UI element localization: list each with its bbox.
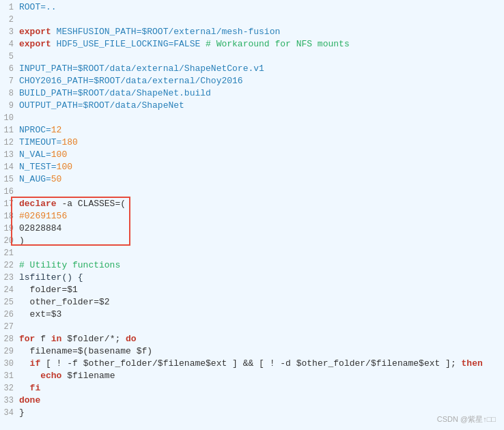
line-content: INPUT_PATH=$ROOT/data/external/ShapeNetC…: [19, 63, 504, 75]
line-content: TIMEOUT=180: [19, 137, 504, 149]
code-line: 5: [0, 51, 504, 63]
code-line: 10: [0, 112, 504, 124]
token: ext=$3: [19, 309, 61, 319]
code-line: 6INPUT_PATH=$ROOT/data/external/ShapeNet…: [0, 63, 504, 75]
line-content: filename=$(basename $f): [19, 345, 504, 358]
token: [19, 383, 30, 393]
line-content: 02828884: [19, 223, 504, 235]
code-line: 8BUILD_PATH=$ROOT/data/ShapeNet.build: [0, 87, 504, 100]
line-content: folder=$1: [19, 284, 504, 296]
line-content: BUILD_PATH=$ROOT/data/ShapeNet.build: [19, 87, 504, 100]
line-number: 14: [0, 161, 19, 173]
code-line: 30 if [ ! -f $other_folder/$filename$ext…: [0, 358, 504, 370]
token: 100: [51, 149, 67, 160]
line-number: 16: [0, 186, 19, 198]
token: other_folder=$2: [19, 297, 110, 307]
code-line: 15N_AUG=50: [0, 173, 504, 186]
line-content: export MESHFUSION_PATH=$ROOT/external/me…: [19, 26, 504, 38]
line-content: N_TEST=100: [19, 161, 504, 173]
line-content: N_AUG=50: [19, 173, 504, 186]
line-number: 18: [0, 210, 19, 223]
token: [19, 371, 40, 381]
line-number: 10: [0, 112, 19, 124]
code-container: 1ROOT=..23export MESHFUSION_PATH=$ROOT/e…: [0, 0, 504, 430]
line-content: OUTPUT_PATH=$ROOT/data/ShapeNet: [19, 100, 504, 112]
token: TIMEOUT=: [19, 137, 61, 147]
token: do: [126, 334, 137, 344]
line-content: #02691156: [19, 210, 504, 223]
token: BUILD_PATH=$ROOT/data/ShapeNet.build: [19, 88, 211, 98]
line-content: fi: [19, 382, 504, 395]
token: done: [19, 395, 40, 405]
line-content: echo $filename: [19, 370, 504, 382]
token: then: [462, 358, 483, 369]
line-content: CHOY2016_PATH=$ROOT/data/external/Choy20…: [19, 75, 504, 87]
line-number: 5: [0, 51, 19, 63]
line-number: 3: [0, 26, 19, 38]
token: N_AUG=: [19, 174, 51, 184]
code-line: 23lsfilter() {: [0, 272, 504, 284]
token: CHOY2016_PATH=$ROOT/data/external/Choy20…: [19, 76, 243, 86]
code-line: 18#02691156: [0, 210, 504, 223]
line-number: 21: [0, 247, 19, 259]
code-line: 3export MESHFUSION_PATH=$ROOT/external/m…: [0, 26, 504, 38]
line-content: lsfilter() {: [19, 272, 504, 284]
token: for: [19, 334, 35, 344]
line-number: 22: [0, 259, 19, 272]
line-number: 34: [0, 407, 19, 419]
code-line: 20): [0, 235, 504, 247]
token: fi: [30, 383, 41, 393]
line-content: }: [19, 407, 504, 419]
line-number: 32: [0, 382, 19, 395]
line-content: declare -a CLASSES=(: [19, 198, 504, 210]
line-number: 15: [0, 173, 19, 186]
code-line: 1ROOT=..: [0, 1, 504, 14]
token: export: [19, 39, 57, 49]
line-content: NPROC=12: [19, 124, 504, 137]
code-line: 32 fi: [0, 382, 504, 395]
line-content: if [ ! -f $other_folder/$filename$ext ] …: [19, 358, 504, 370]
token: if: [30, 358, 41, 369]
token: folder=$1: [19, 285, 78, 295]
line-number: 7: [0, 75, 19, 87]
line-content: done: [19, 395, 504, 407]
token: export: [19, 27, 57, 37]
token: [ ! -f $other_folder/$filename$ext ] && …: [40, 358, 461, 369]
watermark: CSDN @紫星↑□□: [437, 414, 496, 425]
line-number: 19: [0, 223, 19, 235]
line-content: for f in $folder/*; do: [19, 333, 504, 345]
line-content: # Utility functions: [19, 259, 504, 272]
token: # Utility functions: [19, 260, 120, 270]
line-number: 8: [0, 87, 19, 100]
token: lsfilter() {: [19, 272, 83, 283]
code-line: 24 folder=$1: [0, 284, 504, 296]
token: declare: [19, 199, 57, 209]
token: 12: [51, 125, 62, 135]
code-line: 21: [0, 247, 504, 259]
code-line: 16: [0, 186, 504, 198]
line-number: 26: [0, 309, 19, 321]
token: f: [35, 334, 51, 344]
line-number: 29: [0, 345, 19, 358]
code-line: 9OUTPUT_PATH=$ROOT/data/ShapeNet: [0, 100, 504, 112]
code-line: 22# Utility functions: [0, 259, 504, 272]
token: ): [19, 235, 25, 246]
token: MESHFUSION_PATH=$ROOT/external/mesh-fusi…: [57, 27, 281, 37]
token: N_VAL=: [19, 149, 51, 160]
code-line: 31 echo $filename: [0, 370, 504, 382]
line-content: other_folder=$2: [19, 296, 504, 309]
code-line: 2: [0, 14, 504, 26]
line-number: 4: [0, 38, 19, 51]
code-line: 4export HDF5_USE_FILE_LOCKING=FALSE # Wo…: [0, 38, 504, 51]
code-line: 14N_TEST=100: [0, 161, 504, 173]
code-line: 7CHOY2016_PATH=$ROOT/data/external/Choy2…: [0, 75, 504, 87]
line-content: ext=$3: [19, 309, 504, 321]
line-content: export HDF5_USE_FILE_LOCKING=FALSE # Wor…: [19, 38, 504, 51]
line-number: 17: [0, 198, 19, 210]
token: echo: [40, 371, 61, 381]
token: 50: [51, 174, 62, 184]
line-number: 2: [0, 14, 19, 26]
token: filename=$(basename $f): [19, 346, 152, 356]
token: }: [19, 407, 25, 418]
line-content: N_VAL=100: [19, 149, 504, 161]
